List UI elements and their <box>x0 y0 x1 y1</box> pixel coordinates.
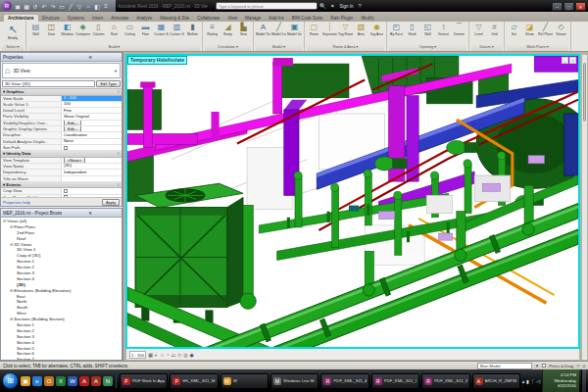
tab-annotate[interactable]: Annotate <box>107 15 132 22</box>
railing-button[interactable]: ≡Railing <box>205 23 220 36</box>
properties-close-icon[interactable]: ✕ <box>62 55 121 60</box>
type-selector[interactable]: ⌂ 3D View ▼ <box>2 63 121 78</box>
3d-view-icon[interactable]: ⌂ <box>84 3 92 9</box>
taskbar-button-arch-r-2mp-b[interactable]: AARCH_R_2MP.B... <box>472 373 520 389</box>
revit-logo-icon[interactable]: R <box>2 1 12 11</box>
measure-icon[interactable]: ╱ <box>67 3 74 10</box>
viewcube-icon[interactable]: ⌂ <box>562 57 568 64</box>
explorer-icon[interactable]: ▣ <box>21 376 30 386</box>
reveal-hidden-icon[interactable]: ◉ <box>190 352 194 358</box>
room-button[interactable]: ▢Room <box>307 23 321 36</box>
ceiling-button[interactable]: ▭Ceiling <box>122 23 137 36</box>
battery-icon[interactable]: ▮ <box>526 378 529 384</box>
section-icon[interactable]: ◧ <box>93 3 101 10</box>
model-line-button[interactable]: ╱Model Line <box>271 23 286 36</box>
edit-type-button[interactable]: Edit Type <box>96 80 121 87</box>
tab-view[interactable]: View <box>223 15 241 22</box>
sign-in-button[interactable]: Sign In <box>339 4 353 9</box>
instance-combo[interactable]: 3D View: {3D} <box>2 80 95 87</box>
tab-add-ins[interactable]: Add-Ins <box>265 15 288 22</box>
taskbar-button-windows-live-m[interactable]: MWindows Live M... <box>270 373 318 389</box>
visual-style-icon[interactable]: ◐ <box>155 352 158 358</box>
wall-button[interactable]: ◱Wall <box>420 23 435 36</box>
floor-button[interactable]: ▬Floor <box>138 23 153 36</box>
taskbar-button-hk-kml-s11-m[interactable]: PHK_KML_S11_M... <box>170 373 218 389</box>
graphic-display-options-edit-button[interactable]: Edit... <box>64 126 81 131</box>
expand-icon[interactable]: ⊟ <box>10 224 13 229</box>
set-button[interactable]: ▱Set <box>507 23 521 36</box>
ref-plane-button[interactable]: ╱Ref Plane <box>538 23 553 36</box>
browser-item-section-7[interactable]: Section 7 <box>1 357 122 360</box>
crop-view-checkbox[interactable] <box>64 189 68 193</box>
expand-icon[interactable]: ⊟ <box>10 242 13 247</box>
model-group-button[interactable]: ▣Model Group <box>287 23 302 36</box>
volume-icon[interactable]: ◁ <box>536 378 540 384</box>
help-search-input[interactable] <box>216 2 318 10</box>
model-text-button[interactable]: AModel Text <box>256 23 270 36</box>
tag-area-button[interactable]: ◉Tag Area <box>369 23 384 36</box>
navisworks-icon[interactable]: N <box>103 376 113 386</box>
thin-lines-icon[interactable]: ≡ <box>102 3 110 9</box>
sync-icon[interactable]: ↺ <box>31 3 39 10</box>
hide-isolate-icon[interactable]: ◎ <box>183 352 187 358</box>
expand-icon[interactable]: ⊟ <box>10 288 13 293</box>
tab-structure[interactable]: Structure <box>38 15 64 22</box>
taskbar-button-w[interactable]: WW <box>220 373 269 389</box>
save-icon[interactable]: ▦ <box>23 3 30 10</box>
wall-button[interactable]: ▤Wall <box>28 23 43 36</box>
expand-icon[interactable]: ⊟ <box>3 219 6 223</box>
viewer-button[interactable]: ◇Viewer <box>554 23 568 36</box>
roof-button[interactable]: ⌂Roof <box>107 23 122 36</box>
tab-architecture[interactable]: Architecture <box>4 15 38 22</box>
close-button[interactable]: ✕ <box>575 2 586 11</box>
grid-button[interactable]: #Grid <box>487 23 502 36</box>
tab-manage[interactable]: Manage <box>241 15 265 22</box>
help-icon[interactable]: ? <box>359 3 362 9</box>
maximize-button[interactable]: ▢ <box>564 2 574 11</box>
modify-button[interactable]: ↖Modify <box>2 23 24 40</box>
properties-header[interactable]: Properties ✕ <box>1 53 122 62</box>
tag-icon[interactable]: ▽ <box>75 3 83 10</box>
minimize-button[interactable]: – <box>552 2 563 11</box>
curtain-grid-button[interactable]: ▥Curtain Grid <box>170 23 184 36</box>
shadows-icon[interactable]: ◔ <box>167 352 170 358</box>
mullion-button[interactable]: ▮Mullion <box>185 23 200 36</box>
undo-icon[interactable]: ↶ <box>40 3 48 10</box>
separator-button[interactable]: ┆Separator <box>322 23 337 36</box>
taskbar-button-pdf-kml-s11-a[interactable]: RPDF_KML_S11_A... <box>320 373 368 389</box>
tab-analyze[interactable]: Analyze <box>132 15 156 22</box>
visibility-graphics-over-edit-button[interactable]: Edit... <box>64 121 81 125</box>
view-template-edit-button[interactable]: <None> <box>64 158 85 163</box>
door-button[interactable]: ◫Door <box>44 23 59 36</box>
ramp-button[interactable]: ◢Ramp <box>220 23 235 36</box>
acrobat-icon[interactable]: A <box>79 376 89 386</box>
network-icon[interactable]: ᛚ <box>531 378 534 384</box>
excel-icon[interactable]: X <box>56 376 66 386</box>
crop-view-icon[interactable]: ▭ <box>172 352 176 358</box>
tab-modify[interactable]: Modify <box>357 15 377 22</box>
word-icon[interactable]: W <box>68 376 77 386</box>
filter-icon[interactable]: ▽ <box>576 364 579 368</box>
tab-insert[interactable]: Insert <box>88 15 107 22</box>
properties-help-link[interactable]: Properties help <box>3 200 30 205</box>
curtain-system-button[interactable]: ▦Curtain System <box>154 23 169 36</box>
outlook-icon[interactable]: O <box>44 376 54 386</box>
viewport-scrollbar[interactable] <box>581 54 588 361</box>
drawing-viewport[interactable]: Temporary Hide/Isolate ⌂✕ <box>125 54 580 349</box>
column-button[interactable]: ▯Column <box>91 23 106 36</box>
show-hidden-icon[interactable]: ▴ <box>522 378 525 384</box>
workset-dropdown[interactable]: Main Model <box>477 363 532 369</box>
area-button[interactable]: ▧Area <box>354 23 368 36</box>
window-button[interactable]: ◧Window <box>60 23 74 36</box>
by-face-button[interactable]: ◰By Face <box>389 23 404 36</box>
show-desktop-button[interactable] <box>581 369 586 392</box>
tab-bim-code-suite[interactable]: BIM Code Suite <box>288 15 327 22</box>
chevron-down-icon[interactable]: ▼ <box>535 364 539 368</box>
shaft-button[interactable]: ▯Shaft <box>405 23 419 36</box>
sun-path-icon[interactable]: ☼ <box>160 352 165 358</box>
open-icon[interactable]: ▣ <box>14 3 22 10</box>
taskbar-clock[interactable]: 4:14 PM Wednesday 6/22/2016 <box>542 369 579 392</box>
navbar-close-icon[interactable]: ✕ <box>569 57 576 64</box>
chevron-down-icon[interactable]: ▼ <box>114 69 118 74</box>
show-button[interactable]: ◪Show <box>522 23 537 36</box>
